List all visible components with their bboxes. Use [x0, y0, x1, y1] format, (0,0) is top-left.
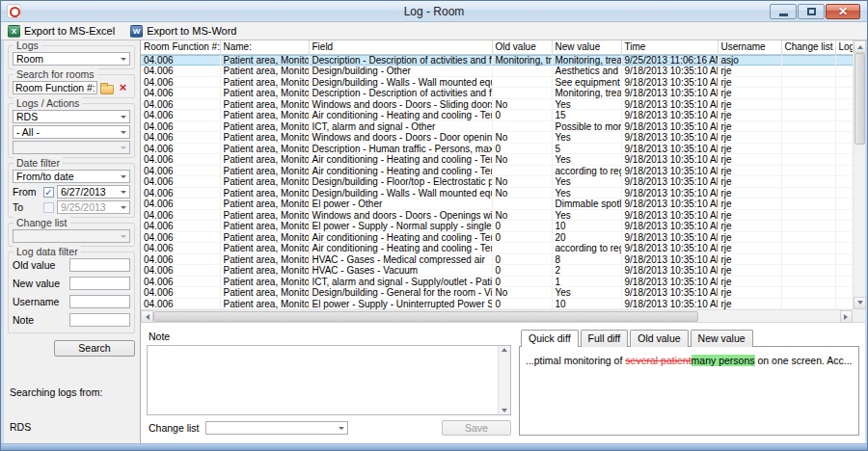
- table-cell: rje: [718, 77, 781, 89]
- column-header[interactable]: Log: [835, 40, 853, 54]
- logs-combo[interactable]: Room: [13, 52, 130, 66]
- table-cell: rje: [718, 110, 781, 121]
- table-row[interactable]: 04.006Patient area, MonitoringDesign/bui…: [141, 287, 853, 299]
- scroll-up-icon[interactable]: [854, 40, 866, 53]
- table-row[interactable]: 04.006Patient area, MonitoringDescriptio…: [141, 54, 853, 66]
- table-row[interactable]: 04.006Patient area, MonitoringDesign/bui…: [141, 188, 853, 199]
- old-value-input[interactable]: [69, 258, 130, 272]
- tab-old-value[interactable]: Old value: [630, 330, 688, 347]
- clear-search-icon[interactable]: ×: [116, 81, 130, 94]
- table-cell: [492, 77, 552, 89]
- table-cell: No: [492, 210, 552, 222]
- table-row[interactable]: 04.006Patient area, MonitoringDesign/bui…: [141, 176, 853, 188]
- table-cell: [835, 144, 853, 155]
- table-row[interactable]: 04.006Patient area, MonitoringEl power -…: [141, 199, 853, 210]
- table-row[interactable]: 04.006Patient area, MonitoringHVAC - Gas…: [141, 254, 853, 266]
- scroll-left-icon[interactable]: [141, 310, 153, 323]
- column-header[interactable]: Name:: [220, 40, 309, 54]
- table-row[interactable]: 04.006Patient area, MonitoringHVAC - Gas…: [141, 265, 853, 277]
- table-cell: rje: [718, 121, 781, 133]
- tab-new-value[interactable]: New value: [691, 330, 753, 347]
- change-list-group: Change list: [8, 223, 135, 247]
- table-row[interactable]: 04.006Patient area, MonitoringAir condit…: [141, 166, 853, 177]
- folder-icon[interactable]: [99, 81, 114, 94]
- table-cell: [781, 88, 835, 99]
- table-cell: Patient area, Monitoring: [220, 132, 309, 144]
- table-cell: [781, 299, 835, 310]
- table-cell: 04.006: [141, 88, 220, 99]
- table-row[interactable]: 04.006Patient area, MonitoringICT, alarm…: [141, 277, 853, 288]
- column-header[interactable]: New value: [552, 40, 621, 54]
- vertical-scroll-thumb[interactable]: [854, 53, 865, 145]
- table-row[interactable]: 04.006Patient area, MonitoringDescriptio…: [141, 88, 853, 99]
- table-cell: [781, 77, 835, 89]
- table-row[interactable]: 04.006Patient area, MonitoringDesign/bui…: [141, 77, 853, 89]
- maximize-button[interactable]: [798, 4, 825, 19]
- to-checkbox[interactable]: [43, 202, 54, 213]
- table-cell: 04.006: [141, 287, 220, 299]
- note-change-list-combo[interactable]: [205, 421, 348, 435]
- table-row[interactable]: 04.006Patient area, MonitoringWindows an…: [141, 210, 853, 222]
- table-cell: 9/18/2013 10:35:10 AM: [621, 99, 718, 111]
- table-cell: 9/18/2013 10:35:10 AM: [621, 154, 718, 166]
- column-header[interactable]: Change list: [781, 40, 835, 54]
- scroll-down-icon[interactable]: [502, 409, 507, 415]
- export-word-button[interactable]: W Export to MS-Word: [127, 24, 239, 39]
- table-row[interactable]: 04.006Patient area, MonitoringICT, alarm…: [141, 121, 853, 133]
- table-cell: [492, 243, 552, 254]
- log-source-combo[interactable]: RDS: [13, 110, 130, 123]
- table-row[interactable]: 04.006Patient area, MonitoringAir condit…: [141, 154, 853, 166]
- table-cell: Patient area, Monitoring: [220, 66, 309, 77]
- vertical-scrollbar[interactable]: [853, 40, 865, 309]
- table-cell: Patient area, Monitoring: [220, 110, 309, 121]
- horizontal-scroll-thumb[interactable]: [153, 311, 698, 322]
- table-row[interactable]: 04.006Patient area, MonitoringDescriptio…: [141, 144, 853, 155]
- table-cell: Design/building - Other: [309, 66, 492, 77]
- export-excel-button[interactable]: X Export to MS-Excel: [5, 24, 118, 39]
- sub-action-combo: [13, 141, 130, 154]
- action-combo[interactable]: - All -: [13, 125, 130, 139]
- scroll-down-icon[interactable]: [854, 297, 866, 309]
- column-header[interactable]: Old value: [492, 40, 552, 54]
- table-cell: 04.006: [141, 299, 220, 310]
- table-row[interactable]: 04.006Patient area, MonitoringAir condit…: [141, 232, 853, 244]
- table-cell: [835, 277, 853, 288]
- table-cell: 10: [552, 299, 621, 310]
- column-header[interactable]: Time: [621, 40, 718, 54]
- scroll-up-icon[interactable]: [502, 345, 507, 352]
- scroll-right-icon[interactable]: [840, 310, 853, 323]
- table-row[interactable]: 04.006Patient area, MonitoringDesign/bui…: [141, 66, 853, 77]
- tab-full-diff[interactable]: Full diff: [581, 330, 629, 347]
- close-button[interactable]: ✕: [826, 4, 860, 19]
- note-scrollbar[interactable]: [498, 346, 510, 414]
- new-value-input[interactable]: [69, 277, 130, 290]
- table-cell: Yes: [552, 176, 621, 188]
- date-filter-mode-combo[interactable]: From/to date: [13, 170, 130, 183]
- username-input[interactable]: [69, 295, 130, 308]
- save-button[interactable]: Save: [442, 420, 511, 436]
- table-cell: Patient area, Monitoring: [220, 221, 309, 232]
- chevron-down-icon: [121, 58, 126, 64]
- from-date-picker[interactable]: 6/27/2013: [57, 185, 130, 199]
- from-checkbox[interactable]: ✓: [43, 187, 54, 198]
- table-row[interactable]: 04.006Patient area, MonitoringWindows an…: [141, 99, 853, 111]
- column-header[interactable]: Room Function #:: [141, 40, 220, 54]
- horizontal-scrollbar[interactable]: [141, 309, 853, 322]
- minimize-button[interactable]: [770, 4, 797, 19]
- table-cell: [835, 176, 853, 188]
- table-row[interactable]: 04.006Patient area, MonitoringAir condit…: [141, 243, 853, 254]
- search-button[interactable]: Search: [54, 340, 135, 357]
- window-title: Log - Room: [1, 5, 867, 18]
- column-header[interactable]: Username: [718, 40, 781, 54]
- note-input[interactable]: [69, 313, 130, 327]
- tab-quick-diff[interactable]: Quick diff: [521, 330, 579, 347]
- table-row[interactable]: 04.006Patient area, MonitoringWindows an…: [141, 132, 853, 144]
- table-row[interactable]: 04.006Patient area, MonitoringAir condit…: [141, 110, 853, 121]
- note-textarea[interactable]: [148, 346, 498, 414]
- table-row[interactable]: 04.006Patient area, MonitoringEl power -…: [141, 299, 853, 310]
- room-search-input[interactable]: [13, 81, 97, 94]
- table-row[interactable]: 04.006Patient area, MonitoringEl power -…: [141, 221, 853, 232]
- table-cell: Patient area, Monitoring: [220, 188, 309, 199]
- column-header[interactable]: Field: [309, 40, 492, 54]
- status-line: Searching logs from:: [10, 386, 140, 398]
